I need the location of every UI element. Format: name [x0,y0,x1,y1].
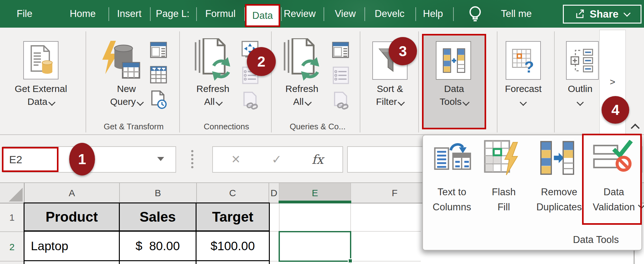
show-queries-icon[interactable] [150,42,167,58]
outline-button[interactable] [566,41,599,80]
cell-b2-text[interactable]: $ 80.00 [120,232,196,260]
refresh-all-connections-label[interactable]: Refresh All [188,82,238,108]
text-to-columns-label[interactable]: Text to Columns [427,185,477,215]
label-line: Remove [541,186,577,197]
cancel-icon[interactable]: ✕ [225,146,247,173]
share-label: Share [590,8,619,20]
tab-view[interactable]: View [330,0,361,28]
ribbon-separator [179,31,180,132]
menu-separator [324,7,324,21]
cell-a1-text: Product [25,203,119,230]
ribbon-separator [554,31,555,132]
group-label-get-transform: Get & Transform [94,122,173,132]
tab-home[interactable]: Home [62,0,104,28]
remove-duplicates-icon[interactable] [539,140,576,176]
refresh-all-queries-button[interactable] [281,38,322,82]
label-line: Duplicates [536,202,582,213]
chevron-down-icon [215,99,223,106]
tab-insert[interactable]: Insert [112,0,147,28]
label-line: All [204,96,214,107]
annotation-badge-2: 2 [247,47,276,76]
column-header-e[interactable]: E [279,183,351,203]
table-border [24,260,270,261]
label-line: Fill [497,202,510,213]
fill-handle[interactable] [348,258,353,263]
edit-links-icon[interactable] [242,92,260,110]
sort-filter-label[interactable]: Sort & Filter [365,82,415,108]
selected-cell-e2[interactable] [279,231,351,262]
label-line: Refresh [285,84,318,94]
menu-separator [281,7,282,21]
tab-developer[interactable]: Develc [368,0,411,28]
column-header-a[interactable]: A [25,183,119,203]
menu-separator [150,7,151,21]
column-header-c[interactable]: C [197,183,269,203]
cell-c1-text: Target [197,203,269,230]
refresh-all-queries-label[interactable]: Refresh All [277,82,327,108]
enter-icon[interactable]: ✓ [266,146,288,173]
recent-sources-icon[interactable] [150,90,168,109]
outline-label[interactable]: Outlin [558,82,602,108]
row-header-1[interactable]: 1 [0,212,24,223]
new-query-button[interactable] [100,39,141,85]
annotation-badge-4: 4 [602,96,629,124]
refresh-icon [281,38,322,82]
queries-pane-icon[interactable] [332,42,349,58]
tab-formulas[interactable]: Formul [199,0,242,28]
select-all-button[interactable] [9,188,23,202]
column-header-b[interactable]: B [119,183,196,203]
refresh-all-connections-button[interactable] [192,38,233,82]
flash-fill-icon[interactable] [483,139,520,176]
lightbulb-icon[interactable] [467,5,483,23]
row-divider [0,231,24,232]
tab-data-active[interactable]: Data [245,4,280,27]
edit-links-icon[interactable] [333,92,350,110]
tab-page-layout[interactable]: Page L: [152,0,193,28]
share-button[interactable]: Share [563,5,641,24]
data-tools-button[interactable] [436,41,471,80]
label-line: Get External [15,84,67,94]
label-line: Filter [376,96,397,107]
get-external-data-button[interactable] [23,41,58,79]
flash-fill-label[interactable]: Flash Fill [483,185,524,215]
remove-duplicates-label[interactable]: Remove Duplicates [529,185,589,215]
ribbon-more-button[interactable]: > [606,75,619,89]
tell-me-label[interactable]: Tell me [494,0,538,28]
label-line: Data [27,96,47,107]
data-tools-label[interactable]: Data Tools [429,82,479,108]
data-tools-icon [440,46,467,75]
text-to-columns-icon[interactable] [433,141,473,176]
label-line: Refresh [196,84,229,94]
new-query-label[interactable]: New Query [101,82,152,108]
label-line: Sort & [377,84,403,94]
properties-icon[interactable] [333,67,349,84]
outline-icon [569,47,595,74]
forecast-label[interactable]: Forecast [498,82,548,108]
name-box-value[interactable]: E2 [2,147,58,172]
row-header-2[interactable]: 2 [0,242,24,252]
ribbon-separator [418,31,419,132]
chevron-down-icon [137,99,144,106]
label-line: Flash [492,186,516,197]
tab-file[interactable]: File [13,0,36,28]
from-table-icon[interactable] [150,66,167,84]
insert-function-icon[interactable]: fx [307,146,329,173]
chevron-down-icon [304,99,312,106]
ribbon-separator [86,31,86,132]
menu-separator [364,7,365,21]
forecast-button[interactable]: ? [506,41,541,80]
collapse-ribbon-icon[interactable] [632,125,638,132]
cell-c2-text[interactable]: $100.00 [197,232,269,260]
get-external-data-label[interactable]: Get External Data [4,82,77,108]
label-line: Query [110,96,136,107]
gridline [279,203,280,231]
tab-help[interactable]: Help [418,0,448,28]
chevron-down-icon [624,10,631,17]
cell-b1-text: Sales [120,203,196,230]
cell-a2-text[interactable]: Laptop [31,232,119,260]
column-header-d[interactable]: D [269,183,279,203]
tab-review[interactable]: Review [280,0,319,28]
annotation-badge-3: 3 [389,37,417,65]
name-box-dropdown-icon[interactable] [157,157,164,161]
menu-separator [453,7,454,21]
